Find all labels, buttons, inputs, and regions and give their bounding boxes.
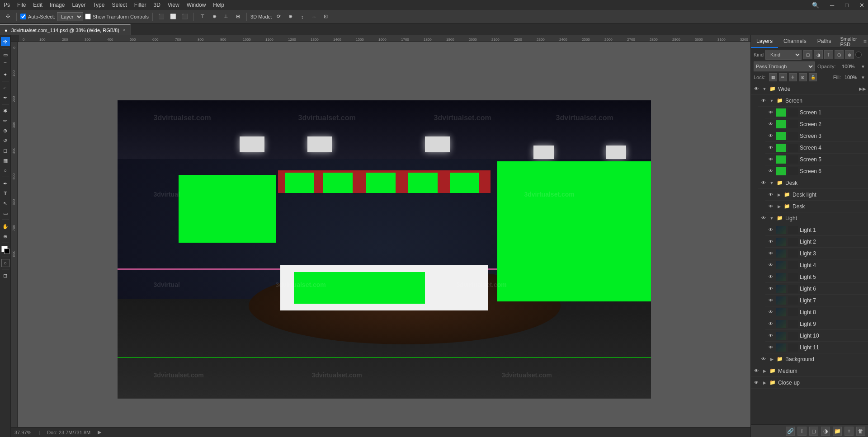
- brush-tool[interactable]: ✏: [1, 116, 10, 125]
- eyedropper-tool[interactable]: ✒: [1, 93, 10, 102]
- layer-item-screen-group[interactable]: 👁 ▼ 📁 Screen: [758, 95, 868, 107]
- align-left-btn[interactable]: ⬛: [156, 12, 166, 22]
- visibility-light7[interactable]: 👁: [767, 297, 774, 304]
- layer-item-screen2[interactable]: 👁 Screen 2: [765, 118, 868, 130]
- align-center-btn[interactable]: ⬜: [168, 12, 178, 22]
- visibility-screen2[interactable]: 👁: [767, 121, 774, 128]
- lock-pixels-btn[interactable]: ✏: [779, 73, 787, 81]
- layer-item-light1[interactable]: 👁 Light 1: [765, 224, 868, 236]
- layer-item-light6[interactable]: 👁 Light 6: [765, 283, 868, 295]
- 3d-pan-btn[interactable]: ⊕: [286, 12, 296, 22]
- zoom-tool[interactable]: ⊕: [1, 232, 10, 241]
- filter-adjust-btn[interactable]: ◑: [814, 50, 823, 59]
- auto-select-check[interactable]: Auto-Select:: [20, 14, 55, 19]
- visibility-light4[interactable]: 👁: [767, 262, 774, 269]
- layer-item-desk-layer[interactable]: 👁 ▶ 📁 Desk: [765, 201, 868, 212]
- ps-logo[interactable]: Ps: [4, 2, 10, 8]
- layer-item-light-group[interactable]: 👁 ▼ 📁 Light: [758, 212, 868, 224]
- shape-tool[interactable]: ▭: [1, 209, 10, 218]
- menu-help[interactable]: Help: [213, 2, 224, 8]
- clone-tool[interactable]: ⊕: [1, 126, 10, 135]
- arrange-btn[interactable]: ⊞: [233, 12, 243, 22]
- magic-wand-tool[interactable]: ✦: [1, 70, 10, 79]
- visibility-screen6[interactable]: 👁: [767, 168, 774, 175]
- toggle-desk-layer[interactable]: ▶: [776, 204, 782, 209]
- visibility-light5[interactable]: 👁: [767, 273, 774, 281]
- visibility-light1[interactable]: 👁: [767, 226, 774, 234]
- menu-type[interactable]: Type: [93, 2, 104, 8]
- restore-btn[interactable]: □: [845, 2, 849, 9]
- toggle-medium-group[interactable]: ▶: [762, 368, 767, 374]
- layer-item-light8[interactable]: 👁 Light 8: [765, 306, 868, 318]
- menu-filter[interactable]: Filter: [134, 2, 146, 8]
- visibility-desk-layer[interactable]: 👁: [767, 203, 774, 210]
- visibility-screen1[interactable]: 👁: [767, 109, 774, 116]
- layer-item-light10[interactable]: 👁 Light 10: [765, 330, 868, 342]
- layer-item-medium-group[interactable]: 👁 ▶ 📁 Medium: [751, 365, 868, 377]
- channels-tab[interactable]: Channels: [778, 35, 812, 48]
- add-style-btn[interactable]: f: [797, 427, 807, 436]
- auto-select-checkbox[interactable]: [20, 14, 26, 19]
- visibility-light10[interactable]: 👁: [767, 332, 774, 339]
- menu-file[interactable]: File: [17, 2, 26, 8]
- visibility-screen5[interactable]: 👁: [767, 156, 774, 163]
- tab-close-btn[interactable]: ×: [123, 28, 126, 33]
- lock-artboard-btn[interactable]: ⊠: [799, 73, 807, 81]
- lock-position-btn[interactable]: ✛: [789, 73, 797, 81]
- layer-item-wide[interactable]: 👁 ▼ 📁 Wide ▶▶: [751, 83, 868, 95]
- menu-view[interactable]: View: [168, 2, 179, 8]
- visibility-light2[interactable]: 👁: [767, 238, 774, 245]
- lock-all-btn[interactable]: 🔒: [809, 73, 817, 81]
- visibility-light11[interactable]: 👁: [767, 344, 774, 351]
- delete-layer-btn[interactable]: 🗑: [856, 427, 865, 436]
- transform-checkbox[interactable]: [85, 14, 91, 19]
- visibility-light9[interactable]: 👁: [767, 320, 774, 328]
- color-picker[interactable]: [1, 246, 9, 254]
- layer-item-screen1[interactable]: 👁 Screen 1: [765, 107, 868, 118]
- history-tool[interactable]: ↺: [1, 136, 10, 145]
- layer-item-screen6[interactable]: 👁 Screen 6: [765, 165, 868, 177]
- menu-select[interactable]: Select: [112, 2, 127, 8]
- document-tab[interactable]: ● 3dvirtualset.com_114.psd @ 38% (Wide, …: [0, 24, 131, 35]
- visibility-light3[interactable]: 👁: [767, 250, 774, 257]
- dist-bottom-btn[interactable]: ⊥: [221, 12, 231, 22]
- 3d-rotate-btn[interactable]: ⟳: [274, 12, 284, 22]
- marquee-tool[interactable]: ▭: [1, 50, 10, 59]
- new-group-btn[interactable]: 📁: [833, 427, 842, 436]
- background-color[interactable]: [4, 249, 9, 254]
- fill-arrow[interactable]: ▼: [861, 75, 865, 80]
- toggle-closeup-group[interactable]: ▶: [762, 380, 767, 385]
- heal-tool[interactable]: ✱: [1, 106, 10, 115]
- 3d-slide-btn[interactable]: ↔: [309, 12, 319, 22]
- visibility-medium-group[interactable]: 👁: [753, 367, 760, 375]
- visibility-screen3[interactable]: 👁: [767, 132, 774, 140]
- visibility-desk-group[interactable]: 👁: [760, 179, 767, 187]
- move-tool[interactable]: ✣: [1, 37, 10, 46]
- search-icon[interactable]: 🔍: [812, 2, 819, 9]
- gradient-tool[interactable]: ▦: [1, 156, 10, 165]
- lasso-tool[interactable]: ⌒: [1, 60, 10, 69]
- visibility-screen-group[interactable]: 👁: [760, 97, 767, 104]
- toggle-screen-group[interactable]: ▼: [769, 98, 774, 103]
- add-mask-btn[interactable]: ◻: [809, 427, 818, 436]
- layer-item-light2[interactable]: 👁 Light 2: [765, 236, 868, 248]
- visibility-light6[interactable]: 👁: [767, 285, 774, 292]
- screen-mode-btn[interactable]: ⊡: [1, 271, 10, 280]
- layer-item-desk-group[interactable]: 👁 ▼ 📁 Desk: [758, 177, 868, 189]
- filter-smart-btn[interactable]: ⊕: [845, 50, 854, 59]
- filter-pixel-btn[interactable]: ⊡: [803, 50, 812, 59]
- menu-image[interactable]: Image: [50, 2, 65, 8]
- layer-item-desk-light[interactable]: 👁 ▶ 📁 Desk light: [765, 189, 868, 201]
- layer-select[interactable]: Layer: [57, 12, 83, 21]
- layer-item-screen3[interactable]: 👁 Screen 3: [765, 130, 868, 142]
- minimize-btn[interactable]: ─: [830, 2, 834, 9]
- layer-item-light11[interactable]: 👁 Light 11: [765, 342, 868, 353]
- 3d-scale-btn[interactable]: ⊡: [321, 12, 331, 22]
- type-tool[interactable]: T: [1, 189, 10, 198]
- layer-item-light5[interactable]: 👁 Light 5: [765, 271, 868, 283]
- layer-item-light3[interactable]: 👁 Light 3: [765, 248, 868, 259]
- toggle-desk-group[interactable]: ▼: [769, 180, 774, 186]
- visibility-wide[interactable]: 👁: [753, 85, 760, 93]
- new-layer-btn[interactable]: +: [844, 427, 854, 436]
- close-btn[interactable]: ✕: [859, 2, 864, 9]
